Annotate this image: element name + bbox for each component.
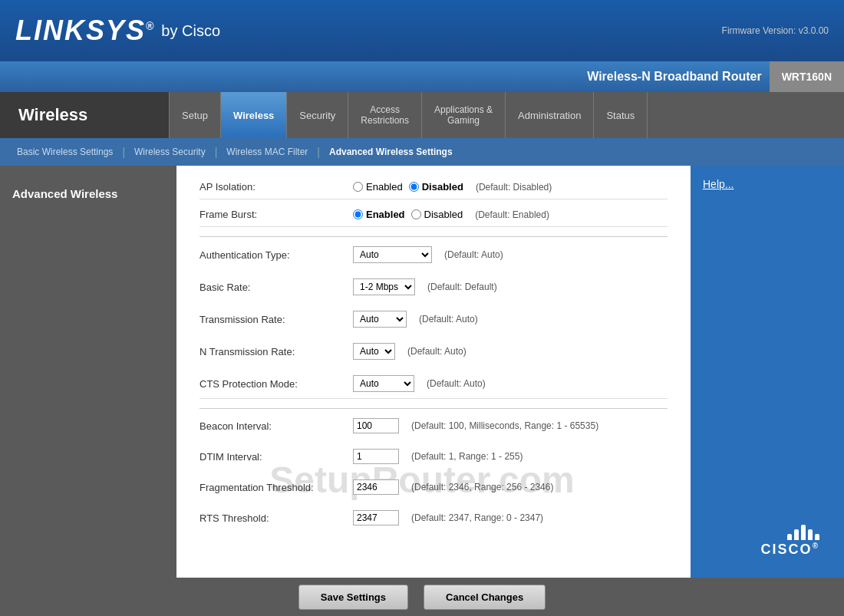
- tx-rate-default: (Default: Auto): [419, 314, 478, 324]
- dtim-row: DTIM Interval: (Default: 1, Range: 1 - 2…: [199, 449, 668, 470]
- frame-burst-controls: Enabled Disabled (Default: Enabled): [353, 209, 549, 220]
- beacon-input[interactable]: [353, 418, 399, 433]
- auth-type-controls: Auto Open System Shared Key (Default: Au…: [353, 246, 503, 263]
- sub-nav-advanced-wireless[interactable]: Advanced Wireless Settings: [320, 138, 462, 166]
- cisco-bar-1: [787, 534, 792, 540]
- help-panel: Help... CISCO®: [691, 166, 844, 578]
- frame-burst-row: Frame Burst: Enabled Disabled (Default: …: [199, 209, 668, 227]
- nav-tabs: Setup Wireless Security AccessRestrictio…: [169, 92, 844, 138]
- cisco-bar-4: [808, 529, 813, 540]
- sub-nav-mac-filter[interactable]: Wireless MAC Filter: [217, 138, 317, 166]
- n-tx-rate-row: N Transmission Rate: Auto (Default: Auto…: [199, 343, 668, 366]
- header: LINKSYS® by Cisco Firmware Version: v3.0…: [0, 0, 844, 61]
- ap-isolation-default: (Default: Disabled): [476, 182, 552, 193]
- frag-controls: (Default: 2346, Range: 256 - 2346): [353, 479, 553, 495]
- rts-input[interactable]: [353, 510, 399, 525]
- ap-isolation-row: AP Isolation: Enabled Disabled (Default:…: [199, 181, 668, 199]
- beacon-row: Beacon Interval: (Default: 100, Millisec…: [199, 418, 668, 440]
- tx-rate-row: Transmission Rate: Auto 1 Mbps 2 Mbps (D…: [199, 311, 668, 334]
- basic-rate-controls: Default 1-2 Mbps All (Default: Default): [353, 278, 497, 295]
- n-tx-rate-select[interactable]: Auto: [353, 343, 395, 360]
- n-tx-rate-label: N Transmission Rate:: [199, 346, 353, 357]
- router-model: WRT160N: [770, 61, 844, 92]
- basic-rate-select[interactable]: Default 1-2 Mbps All: [353, 278, 415, 295]
- save-settings-button[interactable]: Save Settings: [298, 585, 408, 610]
- cisco-registered: ®: [813, 542, 819, 550]
- ap-isolation-disabled-radio[interactable]: Disabled: [409, 181, 463, 193]
- dtim-input[interactable]: [353, 449, 399, 464]
- n-tx-rate-default: (Default: Auto): [407, 346, 467, 357]
- rts-label: RTS Threshold:: [199, 512, 353, 524]
- tab-setup[interactable]: Setup: [169, 92, 221, 138]
- basic-rate-default: (Default: Default): [427, 282, 497, 292]
- frame-burst-disabled-radio[interactable]: Disabled: [411, 209, 463, 220]
- tab-access-restrictions[interactable]: AccessRestrictions: [348, 92, 422, 138]
- cts-controls: Auto Disabled (Default: Auto): [353, 375, 486, 392]
- sub-nav-wireless-security[interactable]: Wireless Security: [125, 138, 215, 166]
- linksys-logo: LINKSYS®: [15, 15, 155, 47]
- beacon-label: Beacon Interval:: [199, 420, 353, 432]
- registered-mark: ®: [146, 20, 155, 32]
- basic-rate-row: Basic Rate: Default 1-2 Mbps All (Defaul…: [199, 278, 668, 301]
- rts-controls: (Default: 2347, Range: 0 - 2347): [353, 510, 543, 525]
- beacon-default: (Default: 100, Milliseconds, Range: 1 - …: [411, 420, 598, 431]
- tab-administration[interactable]: Administration: [506, 92, 594, 138]
- dtim-controls: (Default: 1, Range: 1 - 255): [353, 449, 523, 464]
- tab-security[interactable]: Security: [287, 92, 348, 138]
- frame-burst-enabled-text: Enabled: [366, 209, 405, 220]
- beacon-controls: (Default: 100, Milliseconds, Range: 1 - …: [353, 418, 598, 433]
- frag-row: Fragmentation Threshold: (Default: 2346,…: [199, 479, 668, 501]
- cisco-logo-area: CISCO®: [703, 517, 832, 565]
- tx-rate-select[interactable]: Auto 1 Mbps 2 Mbps: [353, 311, 407, 328]
- basic-rate-label: Basic Rate:: [199, 282, 353, 293]
- ap-isolation-enabled-text: Enabled: [366, 181, 403, 193]
- tx-rate-label: Transmission Rate:: [199, 314, 353, 325]
- ap-isolation-disabled-text: Disabled: [422, 181, 463, 193]
- dtim-default: (Default: 1, Range: 1 - 255): [411, 451, 523, 462]
- ap-isolation-controls: Enabled Disabled (Default: Disabled): [353, 181, 552, 193]
- ap-isolation-disabled-input[interactable]: [409, 182, 419, 192]
- frame-burst-disabled-input[interactable]: [411, 209, 421, 219]
- cancel-changes-button[interactable]: Cancel Changes: [424, 585, 546, 610]
- cisco-wordmark: CISCO®: [761, 542, 819, 558]
- frag-label: Fragmentation Threshold:: [199, 482, 353, 493]
- tab-status[interactable]: Status: [594, 92, 648, 138]
- rts-row: RTS Threshold: (Default: 2347, Range: 0 …: [199, 510, 668, 532]
- rts-default: (Default: 2347, Range: 0 - 2347): [411, 512, 543, 523]
- auth-type-select[interactable]: Auto Open System Shared Key: [353, 246, 432, 263]
- sidebar-title: Advanced Wireless: [0, 181, 176, 206]
- logo-area: LINKSYS® by Cisco: [15, 15, 220, 47]
- tx-rate-controls: Auto 1 Mbps 2 Mbps (Default: Auto): [353, 311, 478, 328]
- tab-wireless[interactable]: Wireless: [221, 92, 287, 138]
- router-name: Wireless-N Broadband Router: [587, 70, 769, 84]
- frame-burst-label: Frame Burst:: [199, 209, 353, 220]
- auth-type-label: Authentication Type:: [199, 249, 353, 261]
- main-content: AP Isolation: Enabled Disabled (Default:…: [176, 166, 691, 578]
- divider1: [199, 236, 668, 237]
- ap-isolation-enabled-radio[interactable]: Enabled: [353, 181, 403, 193]
- dtim-label: DTIM Interval:: [199, 451, 353, 463]
- content-wrapper: SetupRouter.com Advanced Wireless AP Iso…: [0, 166, 844, 578]
- cts-default: (Default: Auto): [427, 378, 486, 389]
- frame-burst-disabled-text: Disabled: [424, 209, 463, 220]
- divider2: [199, 408, 668, 409]
- cts-row: CTS Protection Mode: Auto Disabled (Defa…: [199, 375, 668, 399]
- frame-burst-enabled-radio[interactable]: Enabled: [353, 209, 405, 220]
- router-bar: Wireless-N Broadband Router WRT160N: [0, 61, 844, 92]
- tab-applications-gaming[interactable]: Applications &Gaming: [422, 92, 506, 138]
- frag-default: (Default: 2346, Range: 256 - 2346): [411, 482, 553, 492]
- cisco-bar-5: [815, 534, 819, 540]
- sub-nav-basic-wireless[interactable]: Basic Wireless Settings: [8, 138, 122, 166]
- sidebar: Advanced Wireless: [0, 166, 176, 578]
- auth-type-default: (Default: Auto): [444, 249, 503, 260]
- main-nav: Wireless Setup Wireless Security AccessR…: [0, 92, 844, 138]
- frag-input[interactable]: [353, 479, 399, 495]
- footer: Save Settings Cancel Changes: [0, 578, 844, 616]
- cisco-bar-3: [801, 525, 806, 540]
- cts-select[interactable]: Auto Disabled: [353, 375, 414, 392]
- by-cisco-text: by Cisco: [161, 22, 220, 40]
- help-link[interactable]: Help...: [703, 178, 734, 190]
- frame-burst-enabled-input[interactable]: [353, 209, 363, 219]
- auth-type-row: Authentication Type: Auto Open System Sh…: [199, 246, 668, 269]
- ap-isolation-enabled-input[interactable]: [353, 182, 363, 192]
